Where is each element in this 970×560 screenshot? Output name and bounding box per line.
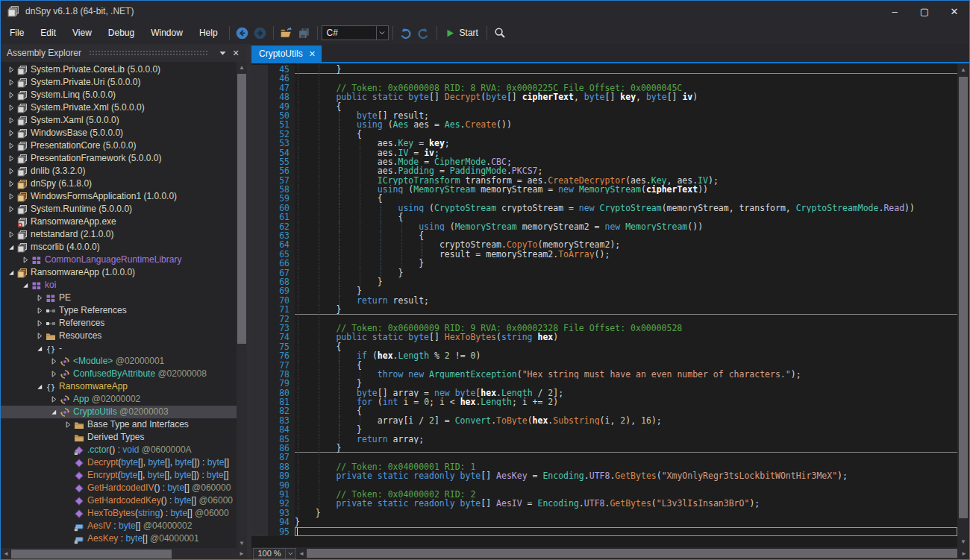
collapse-icon[interactable] (19, 279, 31, 292)
expand-icon[interactable] (48, 393, 60, 406)
nav-forward-button[interactable] (251, 24, 269, 42)
expand-icon[interactable] (34, 304, 46, 317)
code-line-content[interactable]: } (295, 268, 957, 277)
code-line-content[interactable]: { (295, 130, 957, 139)
scrollbar-thumb[interactable] (307, 549, 957, 558)
expand-icon[interactable] (5, 165, 17, 177)
expand-icon[interactable] (34, 292, 46, 304)
scroll-right-icon[interactable]: ► (237, 549, 247, 559)
tree-item-presentationcore-5-0-0-0[interactable]: PresentationCore (5.0.0.0) (1, 139, 237, 152)
code-line-content[interactable] (295, 453, 957, 462)
tree-item-aeskey[interactable]: AesKey : byte[] @04000001 (1, 532, 237, 545)
tree-item-aesiv[interactable]: AesIV : byte[] @04000002 (1, 520, 237, 532)
code-line-content[interactable]: cryptoStream.CopyTo(memoryStream2); (295, 240, 957, 249)
expand-icon[interactable] (5, 177, 17, 190)
code-line-content[interactable]: } (295, 277, 957, 286)
code-line-content[interactable]: byte[] result; (295, 111, 957, 120)
tree-item-app[interactable]: App @02000002 (1, 393, 237, 406)
code-line-content[interactable]: if (hex.Length % 2 != 0) (295, 351, 957, 360)
expand-icon[interactable] (5, 63, 17, 76)
expand-icon[interactable] (5, 152, 17, 165)
tree-item-ransomwareapp-exe[interactable]: RansomwareApp.exe (1, 215, 237, 228)
expand-icon[interactable] (19, 254, 31, 266)
code-line-content[interactable]: } (295, 509, 957, 517)
code-line-content[interactable]: } (295, 379, 957, 388)
code-line-content[interactable] (295, 527, 957, 536)
scroll-up-icon[interactable]: ▲ (237, 62, 247, 72)
tree-vertical-scrollbar[interactable]: ▲ ▼ (237, 62, 247, 548)
tree-item-hextobytes[interactable]: HexToBytes(string) : byte[] @06000 (1, 507, 237, 520)
panel-drag-grip[interactable] (89, 50, 208, 56)
collapse-icon[interactable] (34, 342, 46, 355)
tree-item-references[interactable]: References (1, 317, 237, 330)
tree-item-mscorlib-4-0-0-0[interactable]: mscorlib (4.0.0.0) (1, 241, 237, 254)
start-button[interactable]: Start (441, 24, 483, 42)
tab-cryptoutils[interactable]: CryptoUtils ✕ (251, 45, 322, 62)
code-line-content[interactable]: using (MemoryStream memoryStream2 = new … (295, 222, 957, 231)
expand-icon[interactable] (62, 418, 74, 431)
expand-icon[interactable] (5, 228, 17, 241)
tree-item-dnlib-3-3-2-0[interactable]: dnlib (3.3.2.0) (1, 165, 237, 177)
tree-item-windowsformsapplication1-1-0-0-0[interactable]: WindowsFormsApplication1 (1.0.0.0) (1, 190, 237, 203)
code-line-content[interactable]: } (295, 286, 957, 295)
code-line-content[interactable]: } (295, 425, 957, 434)
expand-icon[interactable] (34, 317, 46, 330)
code-line-content[interactable]: private static readonly byte[] AesIV = E… (295, 499, 957, 508)
expand-icon[interactable] (5, 114, 17, 127)
zoom-select[interactable]: 100 % (253, 548, 296, 559)
undo-button[interactable] (397, 24, 415, 42)
tree-item-cctor[interactable]: .cctor() : void @0600000A (1, 444, 237, 456)
expand-icon[interactable] (5, 190, 17, 203)
tree-item-type-references[interactable]: Type References (1, 304, 237, 317)
code-line-content[interactable]: } (295, 444, 957, 453)
language-select[interactable]: C# (322, 25, 389, 40)
chevron-down-icon[interactable] (285, 549, 295, 559)
code-line-content[interactable]: public static byte[] Decrypt(byte[] ciph… (295, 92, 957, 101)
code-line-content[interactable]: { (295, 406, 957, 415)
scrollbar-thumb[interactable] (237, 74, 246, 344)
tree-item-system-runtime-5-0-0-0[interactable]: System.Runtime (5.0.0.0) (1, 203, 237, 215)
expand-icon[interactable] (5, 127, 17, 139)
tree-item-dnspy-6-1-8-0[interactable]: dnSpy (6.1.8.0) (1, 177, 237, 190)
expand-icon[interactable] (5, 101, 17, 114)
tree-horizontal-scrollbar[interactable]: ◄ ► (1, 548, 247, 559)
menu-item-help[interactable]: Help (192, 25, 225, 41)
code-line-content[interactable]: byte[] array = new byte[hex.Length / 2]; (295, 388, 957, 397)
close-button[interactable]: ✕ (939, 1, 969, 22)
scroll-left-icon[interactable]: ◄ (296, 548, 307, 559)
tree-item-encrypt[interactable]: Encrypt(byte[], byte[], byte[]) : byte[] (1, 469, 237, 482)
code-line-content[interactable]: { (295, 361, 957, 370)
panel-close-button[interactable]: ✕ (229, 46, 242, 60)
code-line-content[interactable]: aes.IV = iv; (295, 148, 957, 157)
code-line-content[interactable]: array[i / 2] = Convert.ToByte(hex.Substr… (295, 416, 957, 425)
tree-item-system-private-uri-5-0-0-0[interactable]: System.Private.Uri (5.0.0.0) (1, 76, 237, 89)
code-line-content[interactable] (295, 74, 957, 83)
collapse-icon[interactable] (34, 380, 46, 393)
code-line-content[interactable]: for (int i = 0; i < hex.Length; i += 2) (295, 397, 957, 406)
code-line-content[interactable]: using (Aes aes = Aes.Create()) (295, 120, 957, 129)
nav-back-button[interactable] (234, 24, 251, 42)
tree-item-module[interactable]: <Module> @02000001 (1, 355, 237, 368)
expand-icon[interactable] (5, 76, 17, 89)
code-line-content[interactable]: { (295, 342, 957, 351)
tree-item-system-private-xml-5-0-0-0[interactable]: System.Private.Xml (5.0.0.0) (1, 101, 237, 114)
redo-button[interactable] (415, 24, 433, 42)
editor-vertical-scrollbar[interactable]: ▲ ▼ (957, 63, 969, 547)
tree-item-item[interactable]: {}- (1, 342, 237, 355)
code-line-content[interactable]: { (295, 194, 957, 203)
tree-item-resources[interactable]: Resources (1, 330, 237, 342)
tree-item-system-linq-5-0-0-0[interactable]: System.Linq (5.0.0.0) (1, 89, 237, 101)
menu-item-window[interactable]: Window (143, 25, 190, 41)
menu-item-file[interactable]: File (2, 25, 31, 41)
menu-item-edit[interactable]: Edit (33, 25, 63, 41)
panel-menu-button[interactable] (216, 46, 229, 60)
tree-item-presentationframework-5-0-0-0[interactable]: PresentationFramework (5.0.0.0) (1, 152, 237, 165)
code-line-content[interactable]: private static readonly byte[] AesKey = … (295, 471, 957, 480)
code-line-content[interactable]: return array; (295, 435, 957, 444)
tree-item-confusedbyattribute[interactable]: ConfusedByAttribute @02000008 (1, 368, 237, 380)
scrollbar-thumb[interactable] (959, 77, 968, 518)
tree-item-netstandard-2-1-0-0[interactable]: netstandard (2.1.0.0) (1, 228, 237, 241)
code-line-content[interactable]: throw new ArgumentException("Hex string … (295, 370, 957, 379)
tree-item-decrypt[interactable]: Decrypt(byte[], byte[], byte[]) : byte[] (1, 456, 237, 469)
code-line-content[interactable]: } (295, 259, 957, 268)
